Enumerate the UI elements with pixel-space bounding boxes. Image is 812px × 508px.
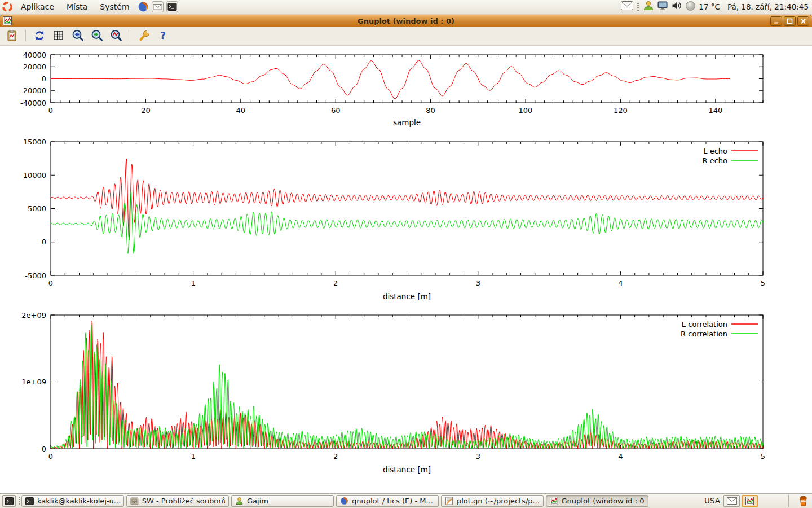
temperature-label[interactable]: 17 °C — [699, 2, 720, 11]
y-tick-label: -40000 — [20, 99, 46, 107]
terminal-launcher[interactable] — [166, 1, 179, 13]
x-tick-label: 5 — [761, 452, 765, 461]
help-button[interactable]: ? — [156, 28, 170, 43]
zoom-previous-icon — [72, 29, 84, 42]
x-axis-label: sample — [393, 118, 421, 127]
keyboard-layout-indicator[interactable]: USA — [704, 496, 720, 505]
terminal-icon — [166, 1, 178, 12]
gnuplot-window: Gnuplot (window id : 0) — [0, 14, 812, 493]
gajim-icon — [235, 497, 244, 505]
gnuplot-toolbar: ? — [0, 27, 812, 45]
previous-zoom-button[interactable] — [70, 28, 85, 43]
weather-icon[interactable] — [685, 1, 696, 14]
x-tick-label: 4 — [618, 452, 623, 461]
x-tick-label: 2 — [333, 452, 338, 461]
clock[interactable]: Pá, 18. září, 21:40:45 — [727, 2, 809, 11]
chart-1: 020406080100120140-40000-200000200004000… — [20, 51, 763, 128]
x-tick-label: 2 — [333, 279, 338, 287]
trash-icon — [797, 495, 809, 507]
applet-handle[interactable] — [19, 497, 20, 505]
file-manager-icon — [130, 497, 139, 505]
toggle-grid-button[interactable] — [51, 28, 66, 43]
y-tick-label: 15000 — [23, 138, 46, 146]
y-tick-label: -5000 — [25, 271, 46, 280]
taskbar-separator — [788, 495, 789, 507]
x-tick-label: 60 — [331, 106, 341, 115]
taskbar: kaklik@kaklik-kolej-u... SW - Prohlížeč … — [0, 493, 812, 508]
window-titlebar[interactable]: Gnuplot (window id : 0) — [0, 15, 812, 27]
grid-icon — [52, 29, 65, 42]
menu-applications[interactable]: Aplikace — [15, 0, 60, 14]
applet-handle[interactable] — [637, 3, 639, 11]
gnuplot-icon — [745, 497, 754, 505]
firefox-launcher[interactable] — [137, 1, 149, 13]
y-tick-label: 40000 — [23, 51, 46, 59]
wrench-icon — [138, 29, 150, 42]
plot-canvas[interactable]: 020406080100120140-40000-200000200004000… — [0, 46, 812, 493]
taskbar-button-file-browser[interactable]: SW - Prohlížeč souborů — [126, 495, 229, 507]
legend-label: L echo — [703, 147, 727, 155]
replot-button[interactable] — [32, 28, 47, 43]
taskbar-button-text-editor[interactable]: plot.gn (~/projects/p... — [441, 495, 544, 507]
x-tick-label: 1 — [191, 452, 195, 461]
y-tick-label: 2e+09 — [21, 311, 46, 319]
tray-gnuplot-button[interactable] — [742, 495, 758, 507]
x-tick-label: 1 — [191, 279, 195, 287]
taskbar-button-gnuplot[interactable]: Gnuplot (window id : 0) — [546, 495, 648, 507]
x-tick-label: 20 — [141, 106, 151, 115]
mail-notifier-icon[interactable] — [621, 1, 633, 12]
x-tick-label: 80 — [426, 106, 435, 115]
svg-text:?: ? — [160, 30, 166, 41]
y-tick-label: -20000 — [20, 86, 46, 95]
menu-places[interactable]: Místa — [60, 0, 94, 14]
y-tick-label: 0 — [42, 445, 46, 453]
gnuplot-charts: 020406080100120140-40000-200000200004000… — [0, 46, 812, 493]
unzoom-button[interactable] — [109, 28, 123, 43]
taskbar-button-gajim[interactable]: Gajim — [231, 495, 334, 507]
x-tick-label: 40 — [236, 106, 246, 115]
taskbar-button-terminal-window[interactable]: kaklik@kaklik-kolej-u... — [21, 495, 124, 507]
y-tick-label: 0 — [42, 75, 46, 83]
taskbar-button-firefox[interactable]: gnuplot / tics (E) - M... — [336, 495, 439, 507]
gnome-top-panel: Aplikace Místa Systém — [0, 0, 812, 14]
settings-button[interactable] — [136, 28, 151, 43]
window-list-mini-button[interactable] — [2, 495, 16, 507]
x-axis-label: distance [m] — [383, 292, 431, 301]
y-tick-label: 5000 — [28, 204, 46, 213]
x-axis-label: distance [m] — [383, 465, 431, 474]
copy-to-clipboard-button[interactable] — [5, 28, 19, 43]
unzoom-icon — [110, 29, 122, 42]
maximize-button[interactable] — [784, 16, 796, 26]
legend-label: R correlation — [681, 330, 727, 338]
volume-icon[interactable] — [671, 0, 682, 14]
legend-label: L correlation — [682, 320, 727, 329]
x-tick-label: 4 — [618, 279, 623, 287]
toolbar-separator — [130, 30, 130, 41]
y-tick-label: 1e+09 — [21, 378, 46, 386]
refresh-icon — [33, 29, 46, 42]
toolbar-separator — [25, 30, 26, 41]
clipboard-icon — [6, 29, 18, 42]
mail-launcher[interactable] — [152, 1, 164, 13]
display-settings-icon[interactable] — [657, 0, 668, 14]
chart-3: 01234501e+092e+09distance [m]L correlati… — [21, 311, 765, 475]
legend-label: R echo — [702, 156, 727, 165]
series-R-echo — [51, 191, 763, 253]
minimize-button[interactable] — [770, 16, 782, 26]
x-tick-label: 3 — [476, 279, 480, 287]
x-tick-label: 5 — [761, 279, 765, 287]
x-tick-label: 0 — [48, 452, 53, 461]
mail-icon — [152, 1, 164, 12]
next-zoom-button[interactable] — [90, 28, 104, 43]
y-tick-label: 0 — [42, 238, 46, 246]
close-button[interactable] — [797, 16, 809, 26]
x-tick-label: 0 — [48, 279, 53, 287]
menu-system[interactable]: Systém — [94, 0, 135, 14]
help-icon: ? — [157, 29, 169, 42]
text-editor-icon — [445, 497, 453, 505]
tray-mail-button[interactable] — [723, 495, 740, 507]
user-switcher-icon[interactable] — [643, 0, 654, 14]
chart-2: 012345-5000050001000015000distance [m]L … — [23, 138, 766, 301]
trash-applet[interactable] — [797, 495, 809, 508]
ubuntu-menu-logo[interactable] — [1, 1, 14, 13]
